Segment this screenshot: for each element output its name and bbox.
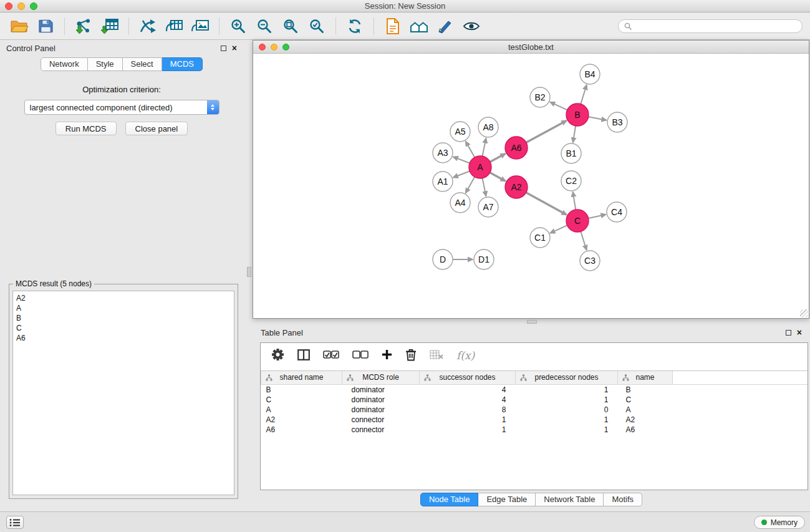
table-cell[interactable]: 1 xyxy=(516,395,618,405)
graph-node-A6[interactable]: A6 xyxy=(505,137,528,159)
graph-node-D[interactable]: D xyxy=(433,249,453,269)
apply-preferred-layout-button[interactable] xyxy=(343,16,367,37)
mcds-result-item[interactable]: A xyxy=(16,303,231,313)
graph-edge-C-C4[interactable] xyxy=(589,215,606,218)
zoom-fit-button[interactable] xyxy=(279,16,302,37)
graph-node-B3[interactable]: B3 xyxy=(607,112,627,132)
graph-edge-C-C3[interactable] xyxy=(581,231,586,250)
table-cell[interactable]: C xyxy=(618,395,673,405)
table-row[interactable]: A2connector11A2 xyxy=(261,415,808,425)
zoom-out-button[interactable] xyxy=(253,16,276,37)
graph-edge-A-A2[interactable] xyxy=(490,173,506,181)
table-row[interactable]: Adominator80A xyxy=(261,405,808,415)
tab-mcds[interactable]: MCDS xyxy=(162,57,203,71)
open-session-button[interactable] xyxy=(7,16,31,37)
mcds-result-item[interactable]: A2 xyxy=(16,293,231,303)
graph-node-C1[interactable]: C1 xyxy=(530,228,550,248)
minimize-window-button[interactable] xyxy=(17,2,25,10)
search-input[interactable] xyxy=(635,22,796,31)
table-cell[interactable]: 0 xyxy=(516,405,618,415)
home-button[interactable] xyxy=(407,16,431,37)
import-table-from-file-button[interactable] xyxy=(98,16,122,37)
graph-node-C2[interactable]: C2 xyxy=(561,171,581,191)
function-builder-button[interactable]: f(x) xyxy=(456,349,475,362)
graph-node-A4[interactable]: A4 xyxy=(450,193,470,213)
mcds-result-item[interactable]: B xyxy=(16,313,231,323)
graph-node-A3[interactable]: A3 xyxy=(433,143,453,163)
table-cell[interactable]: A6 xyxy=(261,425,342,435)
new-network-table-button[interactable] xyxy=(162,16,186,37)
table-cell[interactable]: dominator xyxy=(342,395,420,405)
graph-node-A7[interactable]: A7 xyxy=(478,197,498,217)
graph-node-C3[interactable]: C3 xyxy=(580,251,600,271)
table-cell[interactable]: A2 xyxy=(618,415,673,425)
table-cell[interactable]: connector xyxy=(342,425,420,435)
table-cell[interactable]: dominator xyxy=(342,405,420,415)
select-all-columns-button[interactable] xyxy=(323,351,339,361)
table-tab-network-table[interactable]: Network Table xyxy=(536,493,604,506)
network-zoom-button[interactable] xyxy=(282,44,289,51)
mcds-result-item[interactable]: A6 xyxy=(16,333,231,343)
table-cell[interactable]: 4 xyxy=(420,395,516,405)
graph-node-A8[interactable]: A8 xyxy=(478,117,498,137)
save-session-button[interactable] xyxy=(34,16,57,37)
column-header-shared-name[interactable]: shared name xyxy=(261,371,342,384)
column-header-predecessor-nodes[interactable]: predecessor nodes xyxy=(516,371,618,384)
network-view-window[interactable]: testGlobe.txt B4B2BB3A5A8A6A3B1AA1C2A2A4… xyxy=(253,40,809,319)
column-header-name[interactable]: name xyxy=(618,371,673,384)
graph-edge-C-C2[interactable] xyxy=(573,192,576,210)
export-image-button[interactable] xyxy=(188,16,212,37)
tab-select[interactable]: Select xyxy=(123,57,162,71)
show-panels-button[interactable] xyxy=(6,516,24,529)
graph-edge-A6-B[interactable] xyxy=(526,121,567,143)
table-options-button[interactable] xyxy=(271,348,284,363)
graph-node-A2[interactable]: A2 xyxy=(505,176,528,198)
table-cell[interactable]: A xyxy=(618,405,673,415)
table-cell[interactable]: 1 xyxy=(516,384,618,395)
table-cell[interactable]: A6 xyxy=(618,425,673,435)
graph-node-D1[interactable]: D1 xyxy=(474,249,494,269)
new-network-button[interactable] xyxy=(136,16,160,37)
graph-edge-C-C1[interactable] xyxy=(550,225,567,233)
graph-node-B2[interactable]: B2 xyxy=(530,87,550,107)
criterion-dropdown[interactable]: largest connected component (directed) xyxy=(24,100,219,115)
table-cell[interactable]: 8 xyxy=(420,405,516,415)
graph-edge-A-A6[interactable] xyxy=(490,153,505,162)
show-graphics-details-button[interactable] xyxy=(460,16,483,37)
graph-node-A5[interactable]: A5 xyxy=(450,122,470,142)
graph-node-C4[interactable]: C4 xyxy=(607,202,627,222)
table-cell[interactable]: B xyxy=(261,384,342,395)
table-cell[interactable]: 4 xyxy=(420,384,516,395)
graph-node-A1[interactable]: A1 xyxy=(433,172,453,191)
table-cell[interactable]: 1 xyxy=(420,415,516,425)
node-table[interactable]: shared nameMCDS rolesuccessor nodesprede… xyxy=(261,370,808,490)
graph-node-B[interactable]: B xyxy=(566,104,589,126)
graph-edge-A-A1[interactable] xyxy=(453,171,470,177)
delete-table-button[interactable] xyxy=(430,350,443,362)
graph-node-B1[interactable]: B1 xyxy=(561,143,581,163)
close-panel-button[interactable]: Close panel xyxy=(125,122,188,135)
float-panel-icon[interactable] xyxy=(221,46,226,51)
table-cell[interactable]: A xyxy=(261,405,342,415)
vertical-splitter-handle[interactable] xyxy=(247,267,251,277)
window-resize-grip[interactable] xyxy=(800,309,808,317)
network-minimize-button[interactable] xyxy=(271,44,277,51)
graph-edge-A-A7[interactable] xyxy=(483,178,486,196)
tab-network[interactable]: Network xyxy=(41,57,88,71)
graph-node-C[interactable]: C xyxy=(566,210,589,232)
table-row[interactable]: Bdominator41B xyxy=(261,384,808,395)
table-row[interactable]: Cdominator41C xyxy=(261,395,808,405)
graph-edge-B-B2[interactable] xyxy=(550,102,567,110)
zoom-selected-button[interactable] xyxy=(305,16,329,37)
graph-edge-A-A5[interactable] xyxy=(466,142,475,158)
table-cell[interactable]: 1 xyxy=(420,425,516,435)
graph-edge-B-B4[interactable] xyxy=(581,85,586,104)
table-cell[interactable]: A2 xyxy=(261,415,342,425)
tab-style[interactable]: Style xyxy=(88,57,123,71)
table-cell[interactable]: 1 xyxy=(516,425,618,435)
table-cell[interactable]: B xyxy=(618,384,673,395)
table-cell[interactable]: dominator xyxy=(342,384,420,395)
run-mcds-button[interactable]: Run MCDS xyxy=(55,122,117,135)
network-graph-canvas[interactable]: B4B2BB3A5A8A6A3B1AA1C2A2A4A7CC4C1C3DD1 xyxy=(253,54,809,317)
table-cell[interactable]: 1 xyxy=(516,415,618,425)
